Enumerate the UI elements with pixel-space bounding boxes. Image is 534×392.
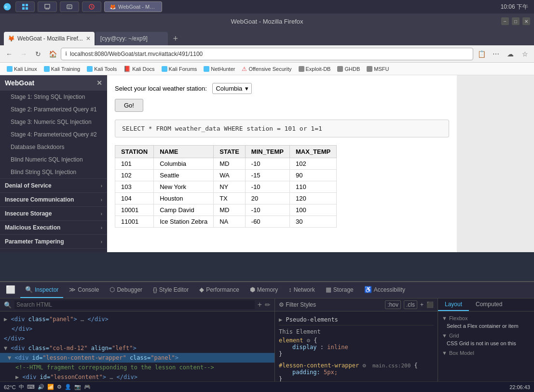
bookmark-icon <box>299 66 304 72</box>
pseudo-elements-toggle[interactable]: ▶ Pseudo-elements <box>279 314 434 325</box>
layout-flexbox-section[interactable]: ▼ Flexbox <box>442 315 530 321</box>
back-button[interactable]: ← <box>3 48 15 60</box>
kali-logo[interactable]: K <box>2 1 13 12</box>
table-row: 103New YorkNY-10110 <box>115 181 337 193</box>
weather-station-select[interactable]: Columbia ▾ <box>212 83 252 94</box>
bookmarks-button[interactable]: 📋 <box>475 48 488 60</box>
table-row: 104HoustonTX20120 <box>115 193 337 204</box>
layout-tab-layout[interactable]: Layout <box>438 298 469 311</box>
add-node-icon[interactable]: + <box>258 300 262 309</box>
pocket-button[interactable]: ☁ <box>504 48 517 60</box>
layout-grid-section[interactable]: ▼ Grid <box>442 333 530 338</box>
sidebar-item-stage1[interactable]: Stage 1: String SQL Injection <box>0 91 107 103</box>
home-button[interactable]: 🏠 <box>46 48 59 60</box>
taskbar-app-3[interactable] <box>60 1 79 12</box>
nav-actions: 📋 ⋯ ☁ ☆ <box>475 48 531 60</box>
devtools-tab-performance[interactable]: ◆ Performance <box>194 282 244 298</box>
bookmark-kali-training[interactable]: Kali Training <box>41 65 83 73</box>
sidebar-item-stage2[interactable]: Stage 2: Parameterized Query #1 <box>0 103 107 116</box>
maximize-button[interactable]: □ <box>512 17 520 25</box>
devtools-tab-bar: ⬜ 🔍 Inspector ≫ Console ⬡ Debugger {} St… <box>0 282 534 298</box>
devtools-picker[interactable]: ⬜ <box>2 282 19 298</box>
bookmark-kali-linux[interactable]: Kali Linux <box>4 65 40 73</box>
minimize-button[interactable]: − <box>501 17 509 25</box>
bookmark-kali-docs[interactable]: 📕 Kali Docs <box>121 65 157 73</box>
pick-node-icon[interactable]: ✏ <box>265 301 271 309</box>
html-search-input[interactable] <box>14 300 255 309</box>
bookmark-exploit-db[interactable]: Exploit-DB <box>296 65 334 73</box>
performance-icon: ◆ <box>199 286 204 293</box>
devtools-tab-network[interactable]: ↕ Network <box>284 282 320 298</box>
sidebar-item-stage3[interactable]: Stage 3: Numeric SQL Injection <box>0 116 107 128</box>
taskbar-app-4[interactable] <box>82 1 101 12</box>
collapse-arrow[interactable]: ▶ <box>4 316 7 323</box>
taskbar-firefox[interactable]: 🦊 WebGoat - Mozilla Firef... <box>104 1 162 12</box>
taskbar-app-2[interactable] <box>38 1 57 12</box>
sidebar-close-button[interactable]: ✕ <box>96 79 102 87</box>
layout-tab-computed[interactable]: Computed <box>469 298 509 311</box>
cls-button[interactable]: .cls <box>404 300 417 309</box>
svg-rect-6 <box>45 4 50 8</box>
devtools-tab-console[interactable]: ≫ Console <box>64 282 104 298</box>
copy-icon[interactable]: ⬛ <box>426 301 434 308</box>
sidebar-section-session-mgmt[interactable]: Session Management Flaws › <box>0 248 107 252</box>
expand-arrow[interactable]: ▼ <box>4 345 7 351</box>
devtools-tab-style-editor[interactable]: {} Style Editor <box>148 282 193 298</box>
close-button[interactable]: ✕ <box>522 17 530 25</box>
sidebar-item-blind-numeric[interactable]: Blind Numeric SQL Injection <box>0 153 107 166</box>
tab-close-button[interactable]: ✕ <box>86 35 91 42</box>
sidebar-section-dos[interactable]: Denial of Service › <box>0 178 107 192</box>
devtools-body: 🔍 + ✏ ▶ <div class="panel"> … </div> <box>0 298 534 392</box>
chevron-right-icon: › <box>101 183 102 189</box>
inspector-icon: 🔍 <box>25 286 33 293</box>
taskbar-app-1[interactable] <box>15 1 35 12</box>
gear-icon[interactable]: ⚙ <box>362 362 366 369</box>
sidebar-section-malicious-exec[interactable]: Malicious Execution › <box>0 220 107 234</box>
sidebar-section-insecure-comm[interactable]: Insecure Communication › <box>0 192 107 206</box>
sidebar-item-db-backdoors[interactable]: Database Backdoors <box>0 141 107 153</box>
forward-button[interactable]: → <box>17 48 30 60</box>
bookmark-label: Kali Forums <box>169 66 197 72</box>
table-row: 102SeattleWA-1590 <box>115 170 337 181</box>
collapse-arrow[interactable]: ▶ <box>15 374 19 380</box>
devtools-tab-storage[interactable]: ▦ Storage <box>321 282 358 298</box>
star-button[interactable]: ☆ <box>519 48 531 60</box>
bookmark-nethunter[interactable]: NetHunter <box>201 65 238 73</box>
html-line-highlighted[interactable]: ▼ <div id="lesson-content-wrapper" class… <box>0 353 274 363</box>
browser-tab-webgoat[interactable]: 🦊 WebGoat - Mozilla Firef... ✕ <box>4 32 95 45</box>
expand-arrow[interactable]: ▼ <box>8 354 11 361</box>
bookmark-kali-forums[interactable]: Kali Forums <box>159 65 200 73</box>
sidebar-item-blind-string[interactable]: Blind String SQL Injection <box>0 166 107 178</box>
gear-icon[interactable]: ⚙ <box>307 337 310 344</box>
sidebar-section-param-tampering[interactable]: Parameter Tampering › <box>0 234 107 248</box>
table-cell: MD <box>214 158 246 170</box>
html-content: ▶ <div class="panel"> … </div> </div> </… <box>0 311 274 381</box>
styles-panel: ⚙ Filter Styles :hov .cls + ⬛ ▶ Pseudo-e… <box>275 298 438 392</box>
tab-label: WebGoat - Mozilla Firef... <box>17 35 83 42</box>
go-button[interactable]: Go! <box>115 99 143 112</box>
browser-tab-terminal[interactable]: [cyy@cyy: ~/exp9] <box>96 32 168 45</box>
sql-query-text: SELECT * FROM weather_data WHERE station… <box>122 125 322 132</box>
new-tab-button[interactable]: + <box>169 32 182 45</box>
url-bar[interactable]: ℹ localhost:8080/WebGoat/start.mvc#attac… <box>61 48 473 60</box>
devtools-tab-accessibility[interactable]: ♿ Accessibility <box>359 282 410 298</box>
hov-button[interactable]: :hov <box>385 300 401 309</box>
devtools-tab-inspector[interactable]: 🔍 Inspector <box>20 282 63 298</box>
bookmark-label: Kali Tools <box>94 66 117 72</box>
bookmark-offensive-security[interactable]: ⚠ Offensive Security <box>239 65 294 73</box>
layout-box-model-section[interactable]: ▼ Box Model <box>442 350 530 356</box>
dropdown-arrow-icon: ▾ <box>245 85 248 92</box>
bookmark-msfu[interactable]: MSFU <box>364 65 392 73</box>
chevron-right-icon: › <box>101 197 102 203</box>
svg-rect-3 <box>26 4 28 6</box>
bookmark-kali-tools[interactable]: Kali Tools <box>84 65 120 73</box>
bookmark-ghdb[interactable]: GHDB <box>334 65 363 73</box>
sidebar-item-stage4[interactable]: Stage 4: Parameterized Query #2 <box>0 128 107 141</box>
devtools-tab-debugger[interactable]: ⬡ Debugger <box>105 282 147 298</box>
sidebar-section-insecure-storage[interactable]: Insecure Storage › <box>0 206 107 220</box>
reload-button[interactable]: ↻ <box>32 48 44 60</box>
add-rule-icon[interactable]: + <box>420 301 424 308</box>
table-cell: MD <box>214 204 246 216</box>
menu-button[interactable]: ⋯ <box>490 48 502 60</box>
devtools-tab-memory[interactable]: ⬢ Memory <box>245 282 283 298</box>
